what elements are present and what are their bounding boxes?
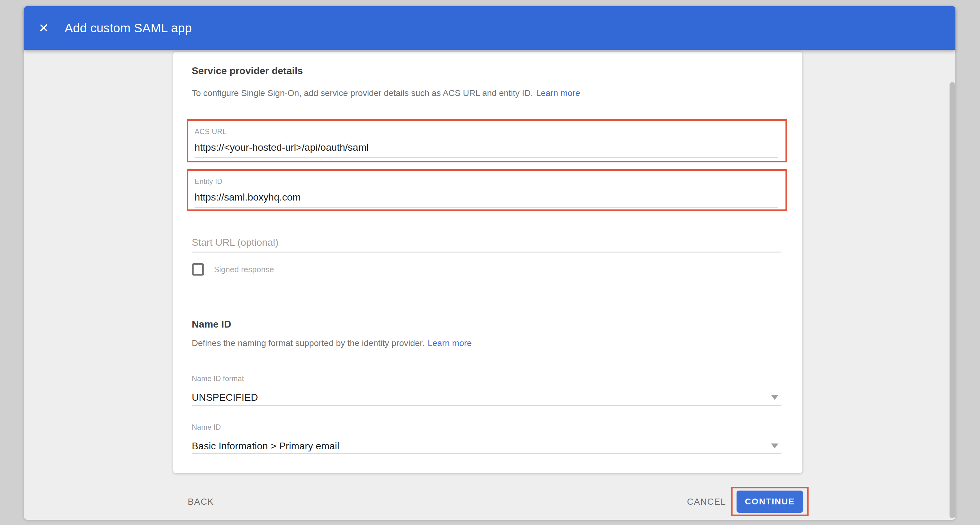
- name-id-select[interactable]: Basic Information > Primary email: [192, 440, 781, 452]
- name-id-format-field: Name ID format UNSPECIFIED: [192, 374, 781, 406]
- dropdown-arrow-icon: [771, 444, 778, 449]
- scrollbar[interactable]: [950, 82, 955, 518]
- cancel-button[interactable]: CANCEL: [687, 496, 726, 507]
- back-button[interactable]: BACK: [188, 496, 214, 507]
- signed-response-row: Signed response: [192, 263, 782, 276]
- learn-more-link[interactable]: Learn more: [536, 88, 580, 98]
- name-id-format-select[interactable]: UNSPECIFIED: [192, 391, 781, 403]
- dropdown-arrow-icon: [771, 395, 778, 400]
- name-id-underline: [192, 453, 781, 454]
- service-provider-heading: Service provider details: [192, 65, 782, 77]
- start-url-field: Start URL (optional): [192, 236, 781, 252]
- dialog-title: Add custom SAML app: [65, 21, 192, 35]
- continue-highlight-box: CONTINUE: [731, 487, 808, 516]
- name-id-description: Defines the naming format supported by t…: [192, 338, 782, 349]
- acs-url-input[interactable]: https://<your-hosted-url>/api/oauth/saml: [194, 141, 778, 154]
- acs-url-highlight-box: ACS URL https://<your-hosted-url>/api/oa…: [187, 119, 787, 162]
- signed-response-label: Signed response: [214, 265, 274, 274]
- dialog-header: ✕ Add custom SAML app: [24, 6, 955, 50]
- name-id-format-value: UNSPECIFIED: [192, 391, 781, 403]
- service-provider-description: To configure Single Sign-On, add service…: [192, 88, 782, 99]
- name-id-value: Basic Information > Primary email: [192, 440, 781, 452]
- entity-id-highlight-box: Entity ID https://saml.boxyhq.com: [187, 169, 787, 211]
- service-provider-card: Service provider details To configure Si…: [173, 52, 802, 473]
- start-url-underline: [192, 252, 781, 252]
- name-id-label: Name ID: [192, 423, 781, 432]
- description-text: Defines the naming format supported by t…: [192, 338, 425, 348]
- close-icon[interactable]: ✕: [35, 22, 52, 34]
- add-saml-app-dialog: ✕ Add custom SAML app Service provider d…: [24, 6, 955, 520]
- signed-response-checkbox[interactable]: [192, 263, 204, 276]
- continue-button[interactable]: CONTINUE: [737, 490, 803, 513]
- start-url-input[interactable]: Start URL (optional): [192, 236, 781, 249]
- entity-id-label: Entity ID: [194, 177, 778, 186]
- name-id-heading: Name ID: [192, 318, 782, 330]
- name-id-field: Name ID Basic Information > Primary emai…: [192, 423, 781, 454]
- name-id-format-label: Name ID format: [192, 374, 781, 383]
- acs-url-label: ACS URL: [194, 127, 778, 136]
- name-id-format-underline: [192, 405, 781, 406]
- learn-more-link[interactable]: Learn more: [428, 338, 471, 348]
- entity-id-input[interactable]: https://saml.boxyhq.com: [194, 191, 778, 203]
- acs-url-underline: [194, 157, 778, 158]
- entity-id-underline: [194, 207, 778, 208]
- description-text: To configure Single Sign-On, add service…: [192, 88, 533, 98]
